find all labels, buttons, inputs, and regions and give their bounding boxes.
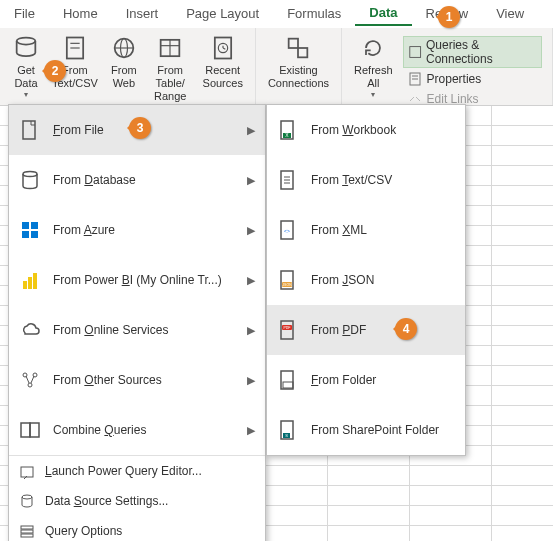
cell[interactable] [492,166,553,186]
menu-item-data-source-settings-[interactable]: Data Source Settings... [9,486,265,516]
cell[interactable] [328,506,410,526]
menu-item-from-power-bi-my-online-tr-[interactable]: From Power BI (My Online Tr...)▶ [9,255,265,305]
cell[interactable] [492,226,553,246]
queries-connections-button[interactable]: Queries & Connections [403,36,542,68]
menu-item-from-other-sources[interactable]: From Other Sources▶ [9,355,265,405]
cell[interactable] [492,106,553,126]
chevron-down-icon: ▾ [24,90,28,100]
cell[interactable] [492,506,553,526]
menu-item-from-database[interactable]: From Database▶ [9,155,265,205]
svg-text:JSON: JSON [282,283,292,287]
cell[interactable] [492,386,553,406]
menu-item-label: Query Options [45,524,255,538]
svg-point-31 [28,383,32,387]
properties-label: Properties [427,72,482,86]
svg-rect-26 [23,281,27,289]
badge-4: 4 [395,318,417,340]
cell[interactable] [492,146,553,166]
tab-home[interactable]: Home [49,2,112,25]
cell[interactable] [328,486,410,506]
from-tablerange-button[interactable]: From Table/ Range [144,32,197,106]
menu-item-label: From Online Services [53,323,247,337]
submenu-item-label: From Workbook [311,123,396,137]
menu-item-from-online-services[interactable]: From Online Services▶ [9,305,265,355]
tab-insert[interactable]: Insert [112,2,173,25]
get-data-label: Get Data [14,64,37,90]
refresh-icon [359,34,387,62]
svg-rect-23 [31,222,38,229]
cell[interactable] [410,526,492,541]
svg-rect-22 [22,222,29,229]
cell[interactable] [492,206,553,226]
menu-item-query-options[interactable]: Query Options [9,516,265,541]
svg-rect-14 [289,39,298,48]
submenu-item-label: From PDF [311,323,366,337]
svg-rect-38 [21,526,33,529]
cell[interactable] [492,526,553,541]
submenu-item-label: From SharePoint Folder [311,423,439,437]
badge-2: 2 [44,60,66,82]
refresh-all-button[interactable]: Refresh All ▾ [348,32,399,102]
tab-view[interactable]: View [482,2,538,25]
cell[interactable] [492,486,553,506]
cell[interactable] [492,126,553,146]
menu-item-combine-queries[interactable]: Combine Queries▶ [9,405,265,455]
cell[interactable] [492,326,553,346]
chevron-right-icon: ▶ [247,274,255,287]
cell[interactable] [492,246,553,266]
cell[interactable] [328,526,410,541]
other-sources-icon [19,369,41,391]
cell[interactable] [410,466,492,486]
cell[interactable] [410,506,492,526]
from-web-button[interactable]: From Web [104,32,144,92]
chevron-right-icon: ▶ [247,174,255,187]
menu-item-label: From Azure [53,223,247,237]
tab-file[interactable]: File [0,2,49,25]
cell[interactable] [492,446,553,466]
submenu-item-from-xml[interactable]: <>From XML [267,205,465,255]
refresh-all-label: Refresh All [354,64,393,90]
submenu-item-from-workbook[interactable]: XFrom Workbook [267,105,465,155]
workbook-icon: X [277,119,299,141]
menu-item-from-azure[interactable]: From Azure▶ [9,205,265,255]
existing-connections-button[interactable]: Existing Connections [262,32,335,92]
existing-icon [284,34,312,62]
tab-page-layout[interactable]: Page Layout [172,2,273,25]
from-file-submenu: XFrom WorkbookFrom Text/CSV<>From XMLJSO… [266,104,466,456]
svg-text:S: S [285,433,288,438]
cell[interactable] [492,286,553,306]
submenu-item-from-pdf[interactable]: PDFFrom PDF [267,305,465,355]
cell[interactable] [492,306,553,326]
cell[interactable] [492,466,553,486]
cell[interactable] [492,426,553,446]
properties-icon [407,71,423,87]
cell[interactable] [492,366,553,386]
json-icon: JSON [277,269,299,291]
submenu-item-from-folder[interactable]: From Folder [267,355,465,405]
cell[interactable] [328,466,410,486]
tab-formulas[interactable]: Formulas [273,2,355,25]
submenu-item-from-text-csv[interactable]: From Text/CSV [267,155,465,205]
chevron-right-icon: ▶ [247,324,255,337]
cell[interactable] [492,406,553,426]
from-web-label: From Web [111,64,137,90]
cell[interactable] [492,346,553,366]
cell[interactable] [492,186,553,206]
svg-point-37 [22,495,32,499]
web-icon [110,34,138,62]
submenu-item-label: From XML [311,223,367,237]
from-tablerange-label: From Table/ Range [150,64,191,104]
database-icon [19,169,41,191]
properties-button[interactable]: Properties [403,70,542,88]
recent-sources-button[interactable]: Recent Sources [197,32,249,92]
folder-icon [277,369,299,391]
menu-item-launch-power-query-editor-[interactable]: Launch Power Query Editor... [9,456,265,486]
queries-label: Queries & Connections [426,38,537,66]
cell[interactable] [492,266,553,286]
svg-rect-28 [33,273,37,289]
submenu-item-from-json[interactable]: JSONFrom JSON [267,255,465,305]
cell[interactable] [410,486,492,506]
submenu-item-from-sharepoint-folder[interactable]: SFrom SharePoint Folder [267,405,465,455]
menu-item-label: From Power BI (My Online Tr...) [53,273,247,287]
tab-data[interactable]: Data [355,1,411,26]
